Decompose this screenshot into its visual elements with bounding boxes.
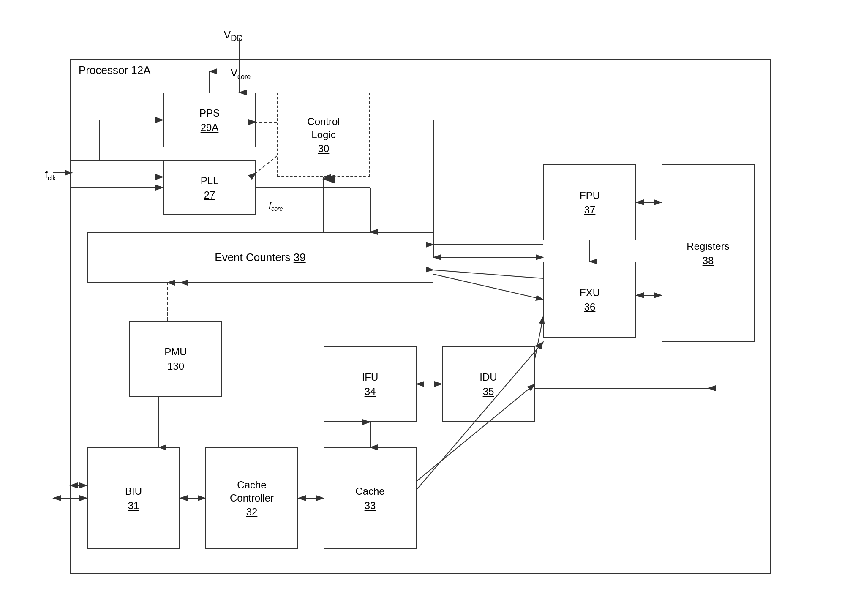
cache-label: Cache [355,485,384,498]
idu-block: IDU 35 [442,346,535,422]
event-counters-label: Event Counters 39 [215,251,305,264]
registers-num: 38 [703,255,714,267]
biu-block: BIU 31 [87,447,180,549]
control-logic-block: ControlLogic 30 [277,93,370,177]
cache-block: Cache 33 [324,447,417,549]
page-container: +VDD Vcore fclk fcore Processor 12A PPS … [24,16,826,600]
fxu-block: FXU 36 [543,262,636,338]
pps-label: PPS [199,106,220,120]
pll-label: PLL [201,174,219,187]
pmu-block: PMU 130 [129,321,222,397]
idu-num: 35 [483,386,494,398]
event-counters-block: Event Counters 39 [87,232,433,283]
event-counters-num: 39 [294,251,306,264]
fpu-block: FPU 37 [543,164,636,240]
fpu-label: FPU [580,189,600,202]
diagram-wrapper: +VDD Vcore fclk fcore Processor 12A PPS … [45,25,805,591]
cache-num: 33 [365,500,376,512]
idu-label: IDU [479,371,497,384]
fxu-num: 36 [584,301,596,313]
control-logic-label: ControlLogic [307,115,340,141]
pll-block: PLL 27 [163,160,256,215]
ifu-block: IFU 34 [324,346,417,422]
registers-block: Registers 38 [662,164,755,342]
fxu-label: FXU [580,286,600,299]
fclk-label: fclk [45,169,56,182]
pmu-label: PMU [164,345,187,358]
cache-controller-block: CacheController 32 [205,447,298,549]
ifu-num: 34 [365,386,376,398]
registers-label: Registers [687,240,729,253]
biu-num: 31 [128,500,139,512]
control-logic-num: 30 [318,143,330,155]
fpu-num: 37 [584,204,596,216]
ifu-label: IFU [362,371,379,384]
cache-controller-label: CacheController [230,478,274,504]
vdd-label: +VDD [218,29,243,43]
processor-num: 12A [131,64,150,76]
pps-num: 29A [201,122,219,134]
pll-num: 27 [204,189,215,201]
pps-block: PPS 29A [163,93,256,147]
cache-controller-num: 32 [246,506,258,518]
biu-label: BIU [125,485,142,498]
pmu-num: 130 [167,360,184,372]
processor-label: Processor 12A [79,64,151,77]
